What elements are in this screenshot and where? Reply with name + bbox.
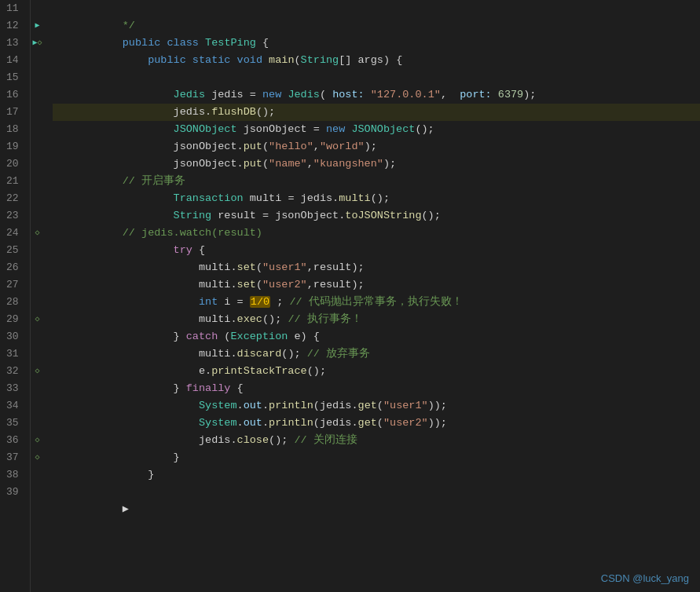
comment-11: */ [103, 20, 135, 31]
diamond-29: ◇ [35, 311, 40, 328]
code-line-11: */ [53, 0, 700, 17]
code-area: 11 12 13 14 15 16 17 18 19 20 21 22 23 2… [0, 0, 700, 592]
line-numbers: 11 12 13 14 15 16 17 18 19 20 21 22 23 2… [0, 0, 31, 592]
diamond-36: ◇ [35, 432, 40, 449]
code-line-39: ▶ [53, 484, 700, 501]
diamond-37: ◇ [35, 449, 40, 466]
gutter: ▶ ▶ ◇ ◇ ◇ ◇ ◇ [31, 0, 45, 592]
watermark: CSDN @luck_yang [601, 572, 689, 584]
code-line-15: Jedis jedis = new Jedis( host: "127.0.0.… [53, 69, 700, 86]
highlight-division: 1/0 [250, 296, 270, 308]
code-editor: 11 12 13 14 15 16 17 18 19 20 21 22 23 2… [0, 0, 700, 592]
fold-arrow-12[interactable]: ▶ [35, 17, 40, 35]
diamond-32: ◇ [35, 363, 40, 380]
code-line-12: public class TestPing { [53, 17, 700, 35]
diamond-13: ◇ [38, 35, 42, 52]
code-lines: */ public class TestPing { public static… [45, 0, 700, 592]
diamond-24: ◇ [35, 225, 40, 242]
